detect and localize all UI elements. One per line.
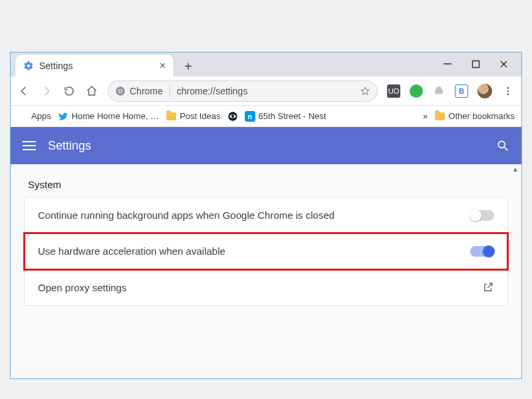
- tab-title: Settings: [39, 61, 160, 71]
- svg-point-12: [231, 114, 233, 117]
- bookmarks-bar: Apps Home Home Home, … Post Ideas n 65th…: [11, 106, 521, 127]
- omnibox-protocol: Chrome: [130, 86, 163, 96]
- svg-rect-1: [472, 61, 479, 67]
- bookmark-home[interactable]: Home Home Home, …: [58, 111, 159, 122]
- drive-icon[interactable]: [432, 84, 446, 98]
- folder-icon: [434, 111, 445, 122]
- settings-content: ▲ System Continue running background app…: [11, 164, 521, 378]
- row-open-proxy[interactable]: Open proxy settings: [25, 269, 507, 305]
- system-settings-card: Continue running background apps when Go…: [24, 197, 508, 306]
- other-bookmarks-label: Other bookmarks: [448, 111, 515, 121]
- folder-icon: [166, 111, 176, 122]
- bookmark-nest-label: 65th Street - Nest: [259, 111, 327, 121]
- browser-window: Settings × + Chrome: [10, 52, 522, 379]
- row-open-proxy-label: Open proxy settings: [38, 282, 126, 293]
- svg-point-7: [507, 87, 509, 89]
- bookmark-post-ideas[interactable]: Post Ideas: [166, 111, 220, 122]
- menu-icon[interactable]: [23, 141, 36, 150]
- apps-label: Apps: [31, 111, 51, 121]
- window-close-button[interactable]: [499, 59, 508, 68]
- tab-settings[interactable]: Settings ×: [15, 54, 174, 76]
- bookmark-nest[interactable]: n 65th Street - Nest: [245, 111, 327, 122]
- toggle-hardware-acceleration[interactable]: [470, 246, 494, 257]
- scrollbar-up-icon[interactable]: ▲: [512, 166, 519, 173]
- forward-button[interactable]: [40, 84, 53, 98]
- bookmark-overflow[interactable]: »: [423, 111, 428, 121]
- bookmark-home-label: Home Home Home, …: [72, 111, 159, 121]
- row-hardware-acceleration: Use hardware acceleration when available: [25, 233, 507, 269]
- row-background-apps: Continue running background apps when Go…: [25, 198, 507, 233]
- star-icon[interactable]: [360, 86, 370, 96]
- nest-icon: n: [245, 111, 255, 122]
- gear-icon: [23, 61, 34, 71]
- tab-close-icon[interactable]: ×: [160, 60, 166, 72]
- back-button[interactable]: [17, 84, 31, 98]
- svg-line-14: [505, 148, 508, 151]
- section-system-title: System: [28, 179, 508, 190]
- extension-green-icon[interactable]: [410, 84, 423, 98]
- svg-point-13: [498, 141, 505, 148]
- svg-point-6: [119, 90, 122, 92]
- omnibox-divider: [170, 85, 170, 97]
- svg-point-8: [507, 90, 509, 92]
- profile-avatar[interactable]: [477, 84, 492, 98]
- cbs-icon: [227, 111, 238, 122]
- toggle-background-apps[interactable]: [470, 210, 494, 221]
- browser-toolbar: Chrome chrome://settings UO B: [11, 76, 521, 106]
- new-tab-button[interactable]: +: [178, 57, 198, 76]
- home-button[interactable]: [85, 84, 98, 98]
- apps-icon: [17, 111, 28, 122]
- omnibox[interactable]: Chrome chrome://settings: [108, 80, 378, 102]
- browser-menu-button[interactable]: [501, 84, 515, 98]
- bookmark-post-ideas-label: Post Ideas: [180, 111, 220, 121]
- maximize-button[interactable]: [471, 59, 480, 68]
- svg-point-9: [507, 93, 509, 95]
- external-link-icon: [482, 281, 494, 293]
- reload-button[interactable]: [63, 84, 76, 98]
- row-background-apps-label: Continue running background apps when Go…: [38, 209, 334, 221]
- minimize-button[interactable]: [443, 59, 452, 68]
- row-hardware-acceleration-label: Use hardware acceleration when available: [38, 245, 225, 257]
- chrome-icon: [115, 86, 126, 96]
- settings-title: Settings: [48, 139, 484, 153]
- other-bookmarks[interactable]: Other bookmarks: [434, 111, 515, 122]
- bookmark-cbs[interactable]: [227, 111, 238, 122]
- apps-shortcut[interactable]: Apps: [17, 111, 51, 122]
- settings-appbar: Settings: [11, 127, 521, 164]
- settings-search-icon[interactable]: [496, 139, 509, 152]
- omnibox-url: chrome://settings: [177, 86, 356, 96]
- twitter-icon: [58, 111, 68, 122]
- ublock-icon[interactable]: UO: [387, 84, 400, 98]
- extension-box-icon[interactable]: B: [455, 84, 468, 98]
